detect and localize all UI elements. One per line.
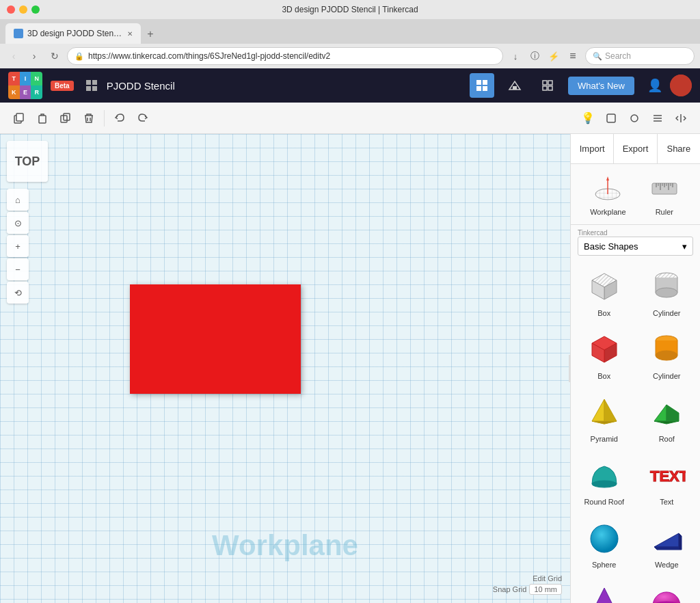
grid-canvas: Workplane [0,134,570,603]
canvas-area[interactable]: TOP ⌂ ⊙ + − ⟲ Workplane Edit Grid Snap G… [0,134,570,603]
top-view-label: TOP [15,155,40,169]
shape-preview-text-red: TEXT [646,455,687,496]
shape-sphere-blue[interactable]: Sphere [574,513,635,574]
menu-button[interactable]: ≡ [565,48,581,64]
shape-cone-purple[interactable]: Cone [574,576,635,603]
snap-grid-value[interactable]: 10 mm [529,584,562,595]
home-view-button[interactable]: ⌂ [7,189,29,211]
shapes-source: Tinkercad [578,229,693,237]
paste-button[interactable] [31,107,53,129]
shape-preview-wedge-navy [646,518,687,559]
zoom-out-button[interactable]: − [7,258,29,280]
import-button[interactable]: Import [571,134,614,163]
maximize-window-button[interactable] [31,5,40,14]
logo-t: T [8,72,20,85]
toolbar-right: 💡 [577,107,692,129]
svg-rect-2 [86,86,91,91]
ruler-tool-label: Ruler [656,208,673,216]
new-tab-button[interactable]: + [141,25,160,44]
back-button[interactable]: ‹ [5,48,22,64]
svg-rect-18 [607,114,615,122]
shape-label-roof-green: Roof [659,435,675,443]
share-button[interactable]: Share [658,134,700,163]
shape-tool-button[interactable] [600,107,622,129]
shapes-category-dropdown[interactable]: Basic Shapes ▾ [578,237,693,256]
svg-marker-57 [654,405,667,421]
shape-cylinder-gray[interactable]: Cylinder [636,261,698,323]
shape-box-red[interactable]: Box [574,324,635,386]
shape-round-roof-teal[interactable]: Round Roof [574,450,635,511]
undo-button[interactable] [109,107,131,129]
svg-marker-63 [654,533,679,547]
user-menu-button[interactable]: 👤 [643,73,667,98]
refresh-button[interactable]: ↻ [46,48,63,64]
svg-rect-9 [543,81,547,85]
shape-library-button[interactable] [502,73,527,98]
svg-marker-58 [667,405,679,421]
zoom-in-button[interactable]: + [7,235,29,257]
shape-wedge-navy[interactable]: Wedge [636,513,698,574]
shape-pyramid-yellow[interactable]: Pyramid [574,387,635,448]
panel-actions: Import Export Share [571,134,700,164]
duplicate-button[interactable] [55,107,77,129]
avatar-image [670,75,692,96]
svg-rect-12 [548,86,552,90]
minimize-window-button[interactable] [19,5,27,14]
workplane-tool[interactable]: Workplane [590,172,625,216]
red-box-shape[interactable] [130,284,301,394]
redo-button[interactable] [132,107,154,129]
copy-button[interactable] [8,107,30,129]
align-button[interactable] [647,107,669,129]
logo-r: R [31,85,42,99]
shape-preview-pyramid-yellow [584,392,625,433]
bookmark-button[interactable]: ↓ [507,48,524,64]
shape-text-red[interactable]: TEXT Text [636,450,698,511]
snap-button[interactable] [535,73,560,98]
info-button[interactable]: ⓘ [526,48,543,64]
hole-tool-button[interactable] [623,107,645,129]
search-placeholder: Search [605,51,631,61]
shape-box-gray[interactable]: Box [574,261,635,323]
shape-preview-box-gray [584,267,625,308]
browser-addressbar: ‹ › ↻ 🔒 https://www.tinkercad.com/things… [0,44,700,68]
user-avatar[interactable] [670,75,692,96]
beta-badge: Beta [51,81,74,91]
edit-grid-button[interactable]: Edit Grid [533,574,562,582]
close-window-button[interactable] [7,5,15,14]
svg-point-60 [592,481,617,487]
orient-button[interactable]: ⟲ [7,282,29,304]
shape-roof-green[interactable]: Roof [636,387,698,448]
extension-button[interactable]: ⚡ [546,48,562,64]
delete-button[interactable] [78,107,100,129]
export-button[interactable]: Export [614,134,657,163]
active-tab[interactable]: 3D design PJODD Stencil | Ti... ✕ [5,23,141,44]
svg-rect-6 [476,86,481,91]
address-bar[interactable]: 🔒 https://www.tinkercad.com/things/6SJre… [67,47,503,65]
mirror-button[interactable] [670,107,692,129]
grid-layout-button[interactable] [470,73,494,98]
fit-view-button[interactable]: ⊙ [7,212,29,234]
svg-text:TEXT: TEXT [650,468,686,485]
svg-marker-64 [654,547,679,550]
shape-cylinder-orange[interactable]: Cylinder [636,324,698,386]
view-controls: TOP ⌂ ⊙ + − ⟲ [7,141,48,304]
grid-view-icon[interactable] [82,76,101,95]
tab-favicon [14,29,23,38]
toolbar-separator-1 [104,110,105,126]
tab-close-button[interactable]: ✕ [127,30,133,38]
shapes-grid: Box [571,258,700,603]
svg-marker-55 [604,399,617,424]
svg-rect-10 [548,81,552,85]
svg-point-19 [631,115,638,122]
light-toggle-button[interactable]: 💡 [577,107,599,129]
whats-new-button[interactable]: What's New [568,77,634,95]
ruler-tool[interactable]: Ruler [648,172,681,216]
shapes-category-label: Basic Shapes [584,241,638,252]
panel-collapse-button[interactable]: › [569,355,570,382]
tab-label: 3D design PJODD Stencil | Ti... [27,29,123,38]
search-box[interactable]: 🔍 Search [585,47,695,65]
forward-button[interactable]: › [26,48,42,64]
svg-rect-0 [86,80,91,85]
svg-point-45 [656,288,677,297]
shape-half-sphere-pink[interactable]: Half Sphere [636,576,698,603]
